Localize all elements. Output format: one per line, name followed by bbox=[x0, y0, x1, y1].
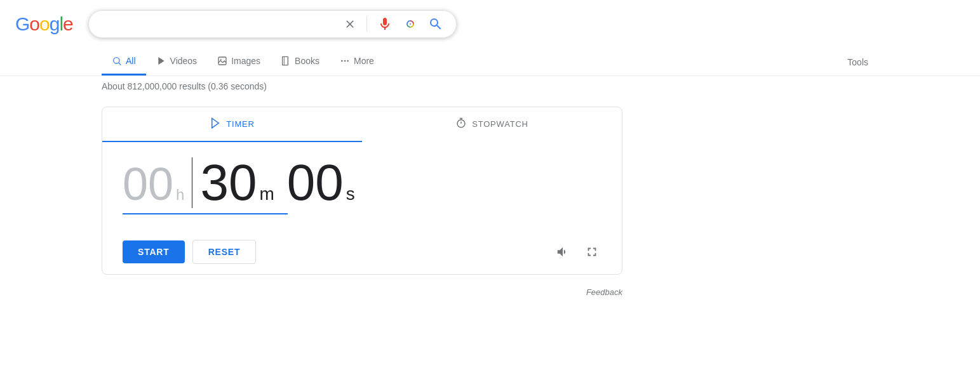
google-logo: Google bbox=[15, 13, 73, 35]
controls-right bbox=[553, 242, 601, 261]
timer-hours-label: h bbox=[176, 186, 184, 204]
microphone-icon bbox=[377, 16, 393, 32]
header: Google set a timer bbox=[0, 0, 980, 48]
tab-more[interactable]: More bbox=[330, 48, 384, 76]
books-tab-icon bbox=[281, 56, 291, 66]
tab-videos[interactable]: Videos bbox=[146, 48, 208, 76]
search-button[interactable] bbox=[426, 14, 446, 34]
start-button[interactable]: START bbox=[123, 240, 185, 263]
tab-books[interactable]: Books bbox=[271, 48, 330, 76]
logo-o1: o bbox=[29, 13, 39, 35]
volume-button[interactable] bbox=[553, 242, 572, 261]
lens-button[interactable] bbox=[400, 14, 420, 34]
timer-underline bbox=[123, 213, 288, 214]
stopwatch-tab-label: STOPWATCH bbox=[472, 119, 528, 129]
timer-minutes-label: m bbox=[259, 184, 274, 204]
timer-seconds-label: s bbox=[346, 184, 355, 204]
widget-tabs: TIMER STOPWATCH bbox=[102, 107, 622, 142]
search-divider bbox=[366, 16, 367, 32]
timer-hours: 00 bbox=[123, 161, 173, 207]
widget-tab-stopwatch[interactable]: STOPWATCH bbox=[362, 107, 622, 142]
logo-g: G bbox=[15, 13, 29, 35]
svg-point-11 bbox=[344, 60, 346, 62]
results-info: About 812,000,000 results (0.36 seconds) bbox=[0, 76, 980, 96]
fullscreen-icon bbox=[585, 245, 599, 259]
svg-point-12 bbox=[347, 60, 349, 62]
search-input[interactable]: set a timer bbox=[99, 18, 336, 30]
timer-seconds: 00 bbox=[287, 157, 344, 208]
images-tab-icon bbox=[217, 56, 227, 66]
logo-g2: g bbox=[50, 13, 60, 35]
lens-icon bbox=[403, 16, 418, 32]
feedback-row: Feedback bbox=[0, 285, 724, 299]
logo-o2: o bbox=[39, 13, 50, 35]
timer-controls: START RESET bbox=[102, 235, 622, 274]
timer-tab-icon bbox=[210, 117, 221, 131]
tab-all[interactable]: All bbox=[102, 48, 146, 76]
search-icon bbox=[428, 16, 443, 32]
timer-minutes: 30 bbox=[200, 157, 257, 208]
tab-all-label: All bbox=[126, 56, 136, 66]
feedback-link[interactable]: Feedback bbox=[586, 287, 622, 297]
nav-tabs: All Videos Images Books bbox=[0, 48, 980, 76]
more-tab-icon bbox=[340, 56, 350, 66]
timer-display: 00 h 30 m 00 s bbox=[102, 142, 622, 235]
tab-tools[interactable]: Tools bbox=[837, 49, 878, 75]
timer-separator bbox=[192, 157, 192, 208]
clear-icon bbox=[344, 18, 356, 30]
reset-button[interactable]: RESET bbox=[192, 240, 257, 264]
search-bar: set a timer bbox=[88, 10, 457, 38]
clear-button[interactable] bbox=[341, 15, 359, 33]
stopwatch-tab-icon bbox=[455, 117, 467, 131]
svg-line-4 bbox=[119, 63, 121, 65]
timer-tab-label: TIMER bbox=[226, 119, 254, 129]
timer-time-row: 00 h 30 m 00 s bbox=[123, 157, 355, 208]
tab-books-label: Books bbox=[295, 56, 319, 66]
logo-e: e bbox=[63, 13, 73, 35]
results-count: About 812,000,000 results (0.36 seconds) bbox=[102, 81, 267, 91]
svg-marker-13 bbox=[212, 119, 219, 128]
tab-videos-label: Videos bbox=[170, 56, 198, 66]
tab-more-label: More bbox=[354, 56, 374, 66]
widget-tab-timer[interactable]: TIMER bbox=[102, 107, 362, 142]
svg-marker-5 bbox=[158, 57, 164, 65]
microphone-button[interactable] bbox=[375, 14, 395, 34]
tab-tools-label: Tools bbox=[847, 57, 868, 67]
videos-tab-icon bbox=[156, 56, 166, 66]
svg-point-10 bbox=[341, 60, 343, 62]
volume-icon bbox=[556, 245, 570, 259]
svg-point-7 bbox=[220, 59, 222, 60]
all-tab-icon bbox=[112, 56, 122, 66]
timer-widget: TIMER STOPWATCH 00 h 30 m 00 s bbox=[102, 107, 622, 275]
fullscreen-button[interactable] bbox=[582, 242, 601, 261]
svg-point-2 bbox=[410, 23, 411, 25]
tab-images[interactable]: Images bbox=[207, 48, 271, 76]
svg-rect-8 bbox=[283, 56, 288, 65]
tab-images-label: Images bbox=[231, 56, 260, 66]
